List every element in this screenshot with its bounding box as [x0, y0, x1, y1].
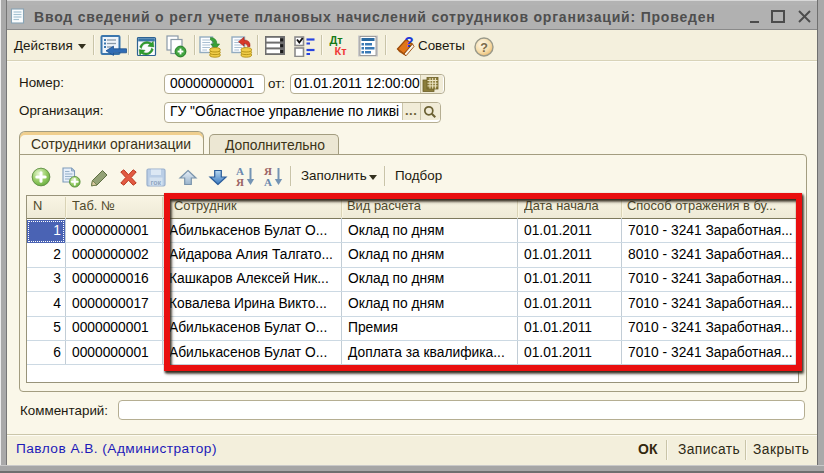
- svg-text:А: А: [264, 176, 272, 188]
- svg-text:Кт: Кт: [335, 45, 348, 57]
- svg-text:гок: гок: [151, 179, 162, 186]
- svg-text:?: ?: [405, 34, 414, 50]
- svg-text:Я: Я: [236, 176, 244, 188]
- svg-text:?: ?: [480, 41, 488, 55]
